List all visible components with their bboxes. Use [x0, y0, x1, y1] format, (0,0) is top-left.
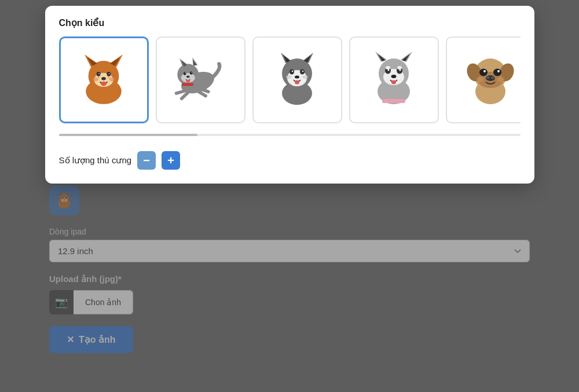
svg-point-75	[397, 66, 402, 69]
svg-point-74	[386, 66, 390, 69]
svg-point-42	[186, 80, 190, 83]
pet-style-grid	[59, 36, 521, 126]
svg-point-26	[101, 77, 106, 80]
modal-overlay: Chọn kiểu	[0, 0, 579, 392]
quantity-row: Số lượng thú cưng − +	[59, 145, 521, 170]
svg-point-76	[391, 75, 397, 78]
svg-point-89	[486, 76, 490, 79]
svg-point-57	[292, 71, 293, 72]
svg-point-77	[391, 80, 396, 85]
svg-point-87	[497, 70, 500, 72]
svg-point-92	[497, 77, 504, 82]
page-background: Dòng ipad 12.9 inch 11 inch 10.2 inch 9.…	[0, 0, 579, 392]
svg-rect-43	[182, 83, 193, 86]
pet-card-husky-front[interactable]	[349, 36, 439, 123]
svg-point-40	[191, 72, 192, 72]
svg-point-29	[109, 78, 115, 82]
svg-point-62	[302, 75, 308, 79]
svg-point-58	[302, 71, 303, 72]
svg-point-38	[185, 72, 185, 73]
quantity-decrease-button[interactable]: −	[137, 151, 156, 170]
svg-point-86	[483, 70, 486, 72]
svg-point-28	[92, 78, 98, 82]
quantity-label: Số lượng thú cưng	[59, 155, 132, 166]
scrollbar-thumb	[59, 134, 197, 136]
pet-card-shiba[interactable]	[59, 36, 149, 123]
pet-card-pug[interactable]	[446, 36, 521, 123]
svg-rect-78	[382, 99, 405, 103]
scrollbar-track	[59, 134, 521, 136]
pet-card-running-dog[interactable]	[156, 36, 245, 123]
svg-point-27	[101, 82, 107, 86]
svg-point-59	[295, 76, 299, 79]
svg-point-85	[493, 69, 501, 76]
svg-point-55	[290, 69, 294, 75]
svg-point-90	[491, 76, 494, 79]
svg-point-41	[186, 76, 190, 78]
svg-point-91	[477, 77, 483, 82]
svg-point-60	[295, 80, 299, 85]
svg-point-37	[184, 72, 186, 75]
modal-title: Chọn kiểu	[59, 17, 521, 28]
svg-point-56	[300, 69, 305, 75]
pet-card-husky-sit[interactable]	[252, 36, 342, 123]
svg-point-84	[479, 69, 488, 76]
svg-point-61	[286, 75, 292, 79]
quantity-increase-button[interactable]: +	[162, 151, 180, 170]
svg-point-39	[190, 71, 193, 75]
svg-marker-35	[193, 60, 196, 65]
style-selector-modal: Chọn kiểu	[45, 6, 534, 184]
